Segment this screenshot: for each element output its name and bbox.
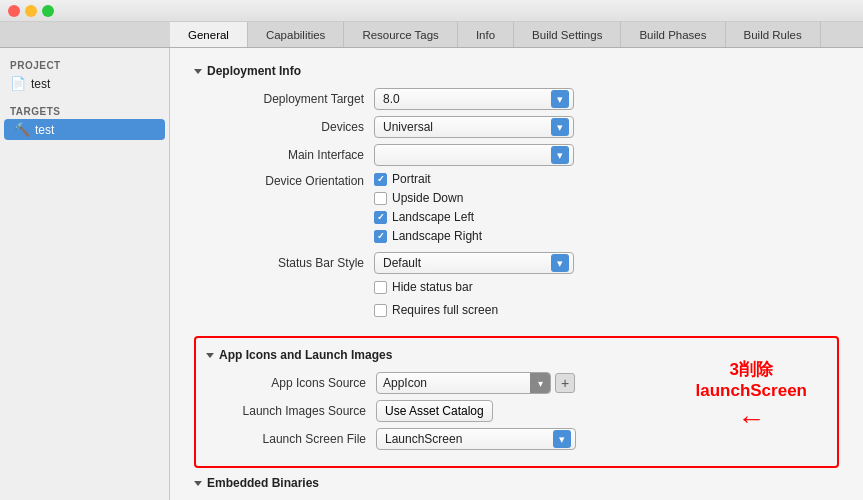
app-icons-header: App Icons and Launch Images [196, 348, 837, 362]
file-icon: 📄 [10, 76, 26, 91]
devices-arrow [551, 118, 569, 136]
status-bar-style-dropdown[interactable]: Default [374, 252, 574, 274]
portrait-label: Portrait [392, 172, 431, 186]
tab-build-rules[interactable]: Build Rules [726, 22, 821, 47]
requires-full-screen-control: Requires full screen [374, 303, 624, 320]
sidebar-project-name: test [31, 77, 50, 91]
main-interface-arrow [551, 146, 569, 164]
sidebar-item-project[interactable]: 📄 test [0, 73, 169, 94]
launch-images-source-label: Launch Images Source [206, 404, 376, 418]
deployment-target-control: 8.0 [374, 88, 624, 110]
devices-control: Universal [374, 116, 624, 138]
device-orientation-control: Portrait Upside Down Landscape Left [374, 172, 624, 246]
deployment-info-triangle[interactable] [194, 69, 202, 74]
sidebar-item-target[interactable]: 🔨 test [4, 119, 165, 140]
app-icons-plus-button[interactable]: + [555, 373, 575, 393]
portrait-row: Portrait [374, 172, 624, 186]
status-bar-style-label: Status Bar Style [204, 256, 374, 270]
appicon-row: AppIcon + [376, 372, 626, 394]
deployment-info-section: Deployment Info Deployment Target 8.0 De… [194, 64, 839, 320]
main-interface-dropdown[interactable] [374, 144, 574, 166]
landscape-right-label: Landscape Right [392, 229, 482, 243]
deployment-target-dropdown[interactable]: 8.0 [374, 88, 574, 110]
upside-down-checkbox[interactable] [374, 192, 387, 205]
status-bar-style-row: Status Bar Style Default [194, 252, 839, 274]
app-icons-triangle[interactable] [206, 353, 214, 358]
landscape-left-checkbox[interactable] [374, 211, 387, 224]
tab-build-settings[interactable]: Build Settings [514, 22, 621, 47]
requires-full-screen-checkbox[interactable] [374, 304, 387, 317]
window-chrome [0, 0, 863, 22]
orientation-checkboxes: Portrait Upside Down Landscape Left [374, 172, 624, 246]
status-bar-style-value: Default [379, 256, 551, 270]
app-icons-dropdown[interactable]: AppIcon [376, 372, 551, 394]
devices-dropdown[interactable]: Universal [374, 116, 574, 138]
close-button[interactable] [8, 5, 20, 17]
launch-images-source-row: Launch Images Source Use Asset Catalog [196, 400, 837, 422]
hide-status-bar-checkbox-row: Hide status bar [374, 280, 624, 294]
launch-screen-file-arrow [553, 430, 571, 448]
landscape-right-checkbox[interactable] [374, 230, 387, 243]
upside-down-label: Upside Down [392, 191, 463, 205]
targets-section-label: TARGETS [0, 102, 169, 119]
hide-status-bar-label: Hide status bar [392, 280, 473, 294]
devices-row: Devices Universal [194, 116, 839, 138]
deployment-target-value: 8.0 [379, 92, 551, 106]
app-icons-source-label: App Icons Source [206, 376, 376, 390]
launch-screen-file-control: LaunchScreen [376, 428, 626, 450]
deployment-target-arrow [551, 90, 569, 108]
app-icons-section: App Icons and Launch Images App Icons So… [194, 336, 839, 468]
tab-resource-tags[interactable]: Resource Tags [344, 22, 458, 47]
tab-build-phases[interactable]: Build Phases [621, 22, 725, 47]
launch-images-source-control: Use Asset Catalog [376, 400, 626, 422]
deployment-info-title: Deployment Info [207, 64, 301, 78]
main-interface-label: Main Interface [204, 148, 374, 162]
main-interface-row: Main Interface [194, 144, 839, 166]
hide-status-bar-control: Hide status bar [374, 280, 624, 297]
target-icon: 🔨 [14, 122, 30, 137]
app-icons-source-row: App Icons Source AppIcon + [196, 372, 837, 394]
requires-full-screen-checkbox-row: Requires full screen [374, 303, 624, 317]
main-interface-control [374, 144, 624, 166]
app-icons-title: App Icons and Launch Images [219, 348, 392, 362]
landscape-left-label: Landscape Left [392, 210, 474, 224]
deployment-target-row: Deployment Target 8.0 [194, 88, 839, 110]
use-asset-catalog-button[interactable]: Use Asset Catalog [376, 400, 493, 422]
hide-status-bar-checkbox[interactable] [374, 281, 387, 294]
tab-general[interactable]: General [170, 22, 248, 47]
launch-screen-file-dropdown[interactable]: LaunchScreen [376, 428, 576, 450]
device-orientation-label: Device Orientation [204, 172, 374, 188]
main-content: Deployment Info Deployment Target 8.0 De… [170, 48, 863, 500]
portrait-checkbox[interactable] [374, 173, 387, 186]
tab-info[interactable]: Info [458, 22, 514, 47]
device-orientation-row: Device Orientation Portrait Upside Down [194, 172, 839, 246]
embedded-binaries-title: Embedded Binaries [207, 476, 319, 490]
tab-bar: General Capabilities Resource Tags Info … [0, 22, 863, 48]
app-icons-dropdown-arrow [530, 373, 550, 393]
tab-capabilities[interactable]: Capabilities [248, 22, 344, 47]
deployment-info-header: Deployment Info [194, 64, 839, 78]
sidebar-target-name: test [35, 123, 54, 137]
launch-screen-file-label: Launch Screen File [206, 432, 376, 446]
devices-value: Universal [379, 120, 551, 134]
launch-screen-file-value: LaunchScreen [381, 432, 553, 446]
app-icons-dropdown-value: AppIcon [377, 376, 530, 390]
landscape-right-row: Landscape Right [374, 229, 624, 243]
status-bar-style-arrow [551, 254, 569, 272]
deployment-target-label: Deployment Target [204, 92, 374, 106]
upside-down-row: Upside Down [374, 191, 624, 205]
status-bar-style-control: Default [374, 252, 624, 274]
app-icons-source-control: AppIcon + [376, 372, 626, 394]
embedded-binaries-header: Embedded Binaries [194, 476, 839, 490]
hide-status-bar-row: Hide status bar [194, 280, 839, 297]
launch-screen-file-row: Launch Screen File LaunchScreen [196, 428, 837, 450]
embedded-binaries-triangle[interactable] [194, 481, 202, 486]
landscape-left-row: Landscape Left [374, 210, 624, 224]
requires-full-screen-row: Requires full screen [194, 303, 839, 320]
embedded-binaries-section: Embedded Binaries [194, 476, 839, 490]
minimize-button[interactable] [25, 5, 37, 17]
requires-full-screen-label: Requires full screen [392, 303, 498, 317]
maximize-button[interactable] [42, 5, 54, 17]
project-section-label: PROJECT [0, 56, 169, 73]
devices-label: Devices [204, 120, 374, 134]
